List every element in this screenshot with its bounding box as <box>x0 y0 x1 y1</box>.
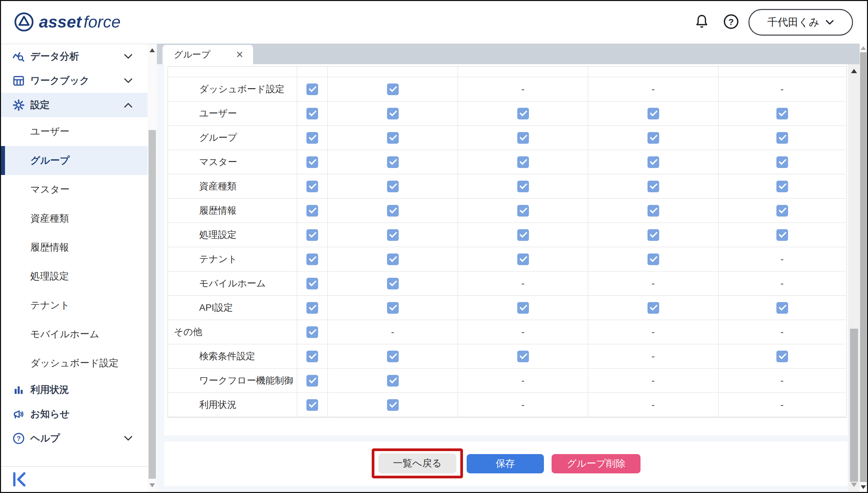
table-cell <box>297 77 328 102</box>
notifications-button[interactable] <box>693 13 710 30</box>
page-scrollbar[interactable] <box>860 44 867 492</box>
permission-checkbox-checked[interactable] <box>306 278 318 290</box>
sidebar-item-13[interactable]: お知らせ <box>1 402 147 426</box>
permission-checkbox-checked[interactable] <box>776 108 788 120</box>
permission-checkbox-checked[interactable] <box>387 156 399 168</box>
permission-checkbox-checked[interactable] <box>306 399 318 411</box>
back-to-list-button[interactable]: 一覧へ戻る <box>378 453 456 473</box>
permission-checkbox-checked[interactable] <box>517 254 529 265</box>
permission-checkbox-checked[interactable] <box>517 132 529 144</box>
permission-checkbox-checked[interactable] <box>517 302 529 314</box>
permission-checkbox-checked[interactable] <box>776 156 788 168</box>
permission-checkbox-checked[interactable] <box>647 229 659 241</box>
permission-checkbox-checked[interactable] <box>517 205 529 217</box>
permission-checkbox-checked[interactable] <box>387 180 399 192</box>
sidebar-item-label: ヘルプ <box>30 432 60 445</box>
permission-checkbox-checked[interactable] <box>306 351 318 362</box>
content-scroll-down-arrow[interactable] <box>851 483 857 487</box>
permission-checkbox-checked[interactable] <box>306 302 318 314</box>
permission-checkbox-checked[interactable] <box>306 326 318 338</box>
sidebar-item-8[interactable]: 処理設定 <box>1 262 147 291</box>
sidebar-item-11[interactable]: ダッシュボード設定 <box>1 349 147 378</box>
sidebar-collapse-button[interactable] <box>11 471 28 488</box>
sidebar-item-0[interactable]: データ分析 <box>1 44 147 68</box>
tab-close-icon[interactable]: × <box>236 48 243 61</box>
permission-checkbox-checked[interactable] <box>776 351 788 362</box>
permission-checkbox-checked[interactable] <box>306 84 318 95</box>
permission-checkbox-checked[interactable] <box>517 180 529 192</box>
permission-checkbox-checked[interactable] <box>387 229 399 241</box>
permission-checkbox-checked[interactable] <box>387 254 399 265</box>
user-menu-button[interactable]: 千代田くみ <box>748 9 853 36</box>
table-cell <box>328 126 458 150</box>
permission-checkbox-checked[interactable] <box>647 156 659 168</box>
permission-checkbox-checked[interactable] <box>306 180 318 192</box>
sidebar-scroll-down-arrow[interactable] <box>149 484 155 487</box>
permission-checkbox-checked[interactable] <box>306 375 318 387</box>
permission-checkbox-checked[interactable] <box>776 132 788 144</box>
sidebar-item-1[interactable]: ワークブック <box>1 68 147 93</box>
sidebar-scrollbar-thumb[interactable] <box>148 130 156 479</box>
permission-checkbox-checked[interactable] <box>647 132 659 144</box>
save-button[interactable]: 保存 <box>467 454 544 473</box>
permission-checkbox-checked[interactable] <box>776 205 788 217</box>
page-scroll-down-arrow[interactable] <box>861 485 866 489</box>
content-scrollbar[interactable] <box>848 64 860 491</box>
sidebar-item-4[interactable]: グループ <box>1 146 147 175</box>
permission-checkbox-checked[interactable] <box>517 108 529 120</box>
permission-checkbox-checked[interactable] <box>387 351 399 362</box>
permission-checkbox-checked[interactable] <box>387 375 399 387</box>
content-scrollbar-thumb[interactable] <box>850 329 858 482</box>
sidebar-scroll-up-arrow[interactable] <box>149 48 155 52</box>
permission-checkbox-checked[interactable] <box>306 108 318 120</box>
table-cell: - <box>719 77 846 102</box>
permission-checkbox-checked[interactable] <box>306 205 318 217</box>
permission-checkbox-checked[interactable] <box>387 399 399 411</box>
sidebar-item-5[interactable]: マスター <box>1 175 147 204</box>
tab-group[interactable]: グループ × <box>163 45 253 64</box>
chevron-down-icon <box>124 52 133 61</box>
permission-checkbox-checked[interactable] <box>647 302 659 314</box>
delete-group-button[interactable]: グループ削除 <box>551 454 641 473</box>
permission-checkbox-checked[interactable] <box>517 156 529 168</box>
table-cell <box>328 174 458 199</box>
permission-checkbox-checked[interactable] <box>306 156 318 168</box>
sidebar-item-3[interactable]: ユーザー <box>1 117 147 146</box>
permission-checkbox-checked[interactable] <box>387 302 399 314</box>
sidebar-scrollbar[interactable] <box>147 44 157 492</box>
permission-checkbox-checked[interactable] <box>387 205 399 217</box>
permission-checkbox-checked[interactable] <box>306 229 318 241</box>
permission-checkbox-checked[interactable] <box>306 254 318 265</box>
analytics-icon <box>12 50 25 63</box>
permission-checkbox-checked[interactable] <box>647 205 659 217</box>
permission-checkbox-checked[interactable] <box>517 351 529 362</box>
content-scroll-up-arrow[interactable] <box>851 69 857 73</box>
table-partial-row-cell <box>588 66 719 77</box>
permission-checkbox-checked[interactable] <box>776 180 788 192</box>
sidebar-item-6[interactable]: 資産種類 <box>1 204 147 233</box>
page-scrollbar-thumb[interactable] <box>860 52 867 482</box>
permission-checkbox-checked[interactable] <box>776 229 788 241</box>
gear-icon <box>12 99 25 111</box>
page-scroll-up-arrow[interactable] <box>861 46 866 50</box>
help-button[interactable]: ? <box>723 13 740 30</box>
permission-not-applicable: - <box>391 327 394 337</box>
sidebar-item-9[interactable]: テナント <box>1 291 147 320</box>
permission-checkbox-checked[interactable] <box>306 132 318 144</box>
permission-checkbox-checked[interactable] <box>387 278 399 290</box>
permission-checkbox-checked[interactable] <box>517 229 529 241</box>
permission-checkbox-checked[interactable] <box>387 132 399 144</box>
permission-checkbox-checked[interactable] <box>387 84 399 95</box>
permission-checkbox-checked[interactable] <box>387 108 399 120</box>
sidebar-item-14[interactable]: ?ヘルプ <box>1 426 147 450</box>
permission-checkbox-checked[interactable] <box>776 302 788 314</box>
table-cell: - <box>588 393 719 417</box>
sidebar-item-2[interactable]: 設定 <box>1 93 147 117</box>
table-cell: - <box>588 272 719 296</box>
permission-checkbox-checked[interactable] <box>647 108 659 120</box>
sidebar-item-10[interactable]: モバイルホーム <box>1 320 147 349</box>
sidebar-item-12[interactable]: 利用状況 <box>1 378 147 402</box>
permission-checkbox-checked[interactable] <box>647 180 659 192</box>
sidebar-item-7[interactable]: 履歴情報 <box>1 233 147 262</box>
permission-checkbox-checked[interactable] <box>647 254 659 265</box>
